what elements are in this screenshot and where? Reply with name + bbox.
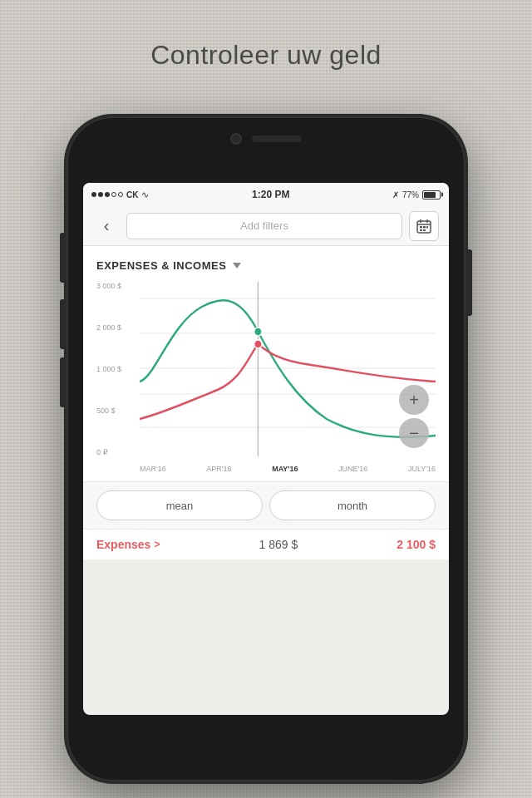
app-title: Controleer uw geld — [0, 40, 532, 71]
x-label-apr: APR'16 — [206, 465, 231, 473]
x-label-june: JUNE'16 — [338, 465, 367, 473]
main-content: EXPENSES & INCOMES 3 000 $ 2 000 $ 1 000… — [83, 246, 449, 481]
phone-frame: CK ∿ 1:20 PM ✗ 77% ‹ Add filters — [66, 116, 466, 781]
svg-point-16 — [254, 340, 262, 348]
bottom-buttons: mean month — [83, 481, 449, 529]
x-label-mar: MAR'16 — [140, 465, 166, 473]
y-label-0: 0 ₽ — [96, 448, 140, 456]
expenses-label[interactable]: Expenses > — [96, 538, 160, 551]
signal-dot-2 — [98, 192, 103, 197]
chart-area: 3 000 $ 2 000 $ 1 000 $ 500 $ 0 ₽ — [96, 282, 436, 481]
mean-button[interactable]: mean — [96, 490, 263, 520]
svg-point-15 — [254, 328, 262, 336]
dropdown-arrow-icon[interactable] — [233, 263, 241, 268]
chart-svg — [140, 282, 436, 456]
svg-rect-4 — [420, 226, 422, 229]
calendar-button[interactable] — [409, 211, 439, 241]
y-axis: 3 000 $ 2 000 $ 1 000 $ 500 $ 0 ₽ — [96, 282, 140, 456]
phone-top — [230, 133, 302, 145]
month-button[interactable]: month — [269, 490, 436, 520]
svg-rect-6 — [426, 226, 428, 229]
zoom-out-button[interactable]: − — [399, 418, 429, 448]
nav-bar: ‹ Add filters — [83, 206, 449, 246]
chart-header: EXPENSES & INCOMES — [96, 259, 436, 272]
filter-placeholder: Add filters — [240, 219, 288, 232]
signal-dot-4 — [111, 192, 116, 197]
battery-percent: 77% — [402, 190, 419, 200]
y-label-500: 500 $ — [96, 406, 140, 415]
status-time: 1:20 PM — [252, 189, 289, 200]
signal-dots — [91, 192, 123, 197]
signal-dot-5 — [118, 192, 123, 197]
filter-input[interactable]: Add filters — [126, 213, 402, 239]
signal-dot-1 — [91, 192, 96, 197]
expenses-text: Expenses — [96, 538, 150, 551]
zoom-in-button[interactable]: + — [399, 385, 429, 415]
battery-fill — [424, 192, 436, 198]
bluetooth-icon: ✗ — [392, 190, 399, 200]
svg-rect-5 — [423, 226, 426, 229]
x-label-may: MAY'16 — [272, 465, 298, 473]
expenses-chevron-icon: > — [154, 539, 160, 550]
wifi-icon: ∿ — [141, 190, 149, 200]
carrier-label: CK — [126, 190, 138, 200]
svg-rect-7 — [420, 229, 422, 231]
status-right: ✗ 77% — [392, 190, 441, 200]
expenses-mean-value: 1 869 $ — [259, 538, 298, 551]
camera — [230, 133, 242, 145]
chart-title: EXPENSES & INCOMES — [96, 259, 226, 272]
zoom-buttons: + − — [399, 385, 429, 448]
expenses-row: Expenses > 1 869 $ 2 100 $ — [83, 529, 449, 559]
y-label-1000: 1 000 $ — [96, 365, 140, 373]
expenses-month-value: 2 100 $ — [397, 538, 436, 551]
battery-indicator — [422, 190, 441, 200]
calendar-icon — [416, 218, 432, 234]
back-button[interactable]: ‹ — [93, 213, 120, 239]
status-bar: CK ∿ 1:20 PM ✗ 77% — [83, 183, 449, 206]
x-label-july: JULY'16 — [408, 465, 436, 473]
y-label-2000: 2 000 $ — [96, 323, 140, 332]
y-label-3000: 3 000 $ — [96, 282, 140, 290]
signal-dot-3 — [105, 192, 110, 197]
speaker — [252, 135, 302, 142]
status-left: CK ∿ — [91, 190, 149, 200]
svg-rect-8 — [423, 229, 426, 231]
x-axis: MAR'16 APR'16 MAY'16 JUNE'16 JULY'16 — [140, 456, 436, 481]
phone-screen: CK ∿ 1:20 PM ✗ 77% ‹ Add filters — [83, 183, 449, 715]
chart-svg-container — [140, 282, 436, 456]
